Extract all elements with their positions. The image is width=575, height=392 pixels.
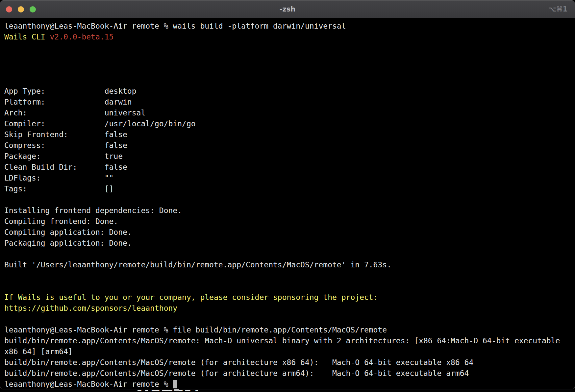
terminal-line: leaanthony@Leas-MacBook-Air remote % fil… [4, 325, 575, 335]
terminal-line: Tags: [] [4, 184, 575, 194]
terminal-line: Compress: false [4, 140, 575, 151]
terminal-line: Compiler: /usr/local/go/bin/go [4, 118, 575, 129]
terminal-line: Package: true [4, 151, 575, 162]
terminal-text: Wails CLI [4, 33, 50, 41]
terminal-line: App Type: desktop [4, 86, 575, 97]
terminal-screen[interactable]: leaanthony@Leas-MacBook-Air remote % wai… [0, 18, 575, 389]
terminal-text: Compress: false [4, 141, 127, 150]
titlebar[interactable]: -zsh ⌥⌘1 [0, 0, 575, 18]
terminal-line: Installing frontend dependencies: Done. [4, 205, 575, 216]
terminal-text: leaanthony@Leas-MacBook-Air remote % wai… [4, 22, 346, 30]
terminal-line [4, 281, 575, 292]
terminal-text: LDFlags: "" [4, 174, 113, 182]
terminal-text: v2.0.0-beta.15 [50, 33, 113, 41]
terminal-line: leaanthony@Leas-MacBook-Air remote % wai… [4, 21, 575, 32]
terminal-line: leaanthony@Leas-MacBook-Air remote % [4, 379, 575, 389]
terminal-line [4, 194, 575, 205]
background-window-sliver: █▌ █ ▐██▌▐███▌ ██▌▐█▌ ▐▌ [0, 389, 575, 392]
terminal-line: build/bin/remote.app/Contents/MacOS/remo… [4, 335, 575, 346]
terminal-line [4, 314, 575, 325]
terminal-line: If Wails is useful to you or your compan… [4, 292, 575, 303]
terminal-line: Platform: darwin [4, 97, 575, 108]
terminal-text: Arch: universal [4, 109, 145, 117]
terminal-text: https://github.com/sponsors/leaanthony [4, 304, 177, 312]
terminal-text: Tags: [] [4, 184, 113, 193]
terminal-line: Clean Build Dir: false [4, 162, 575, 173]
terminal-text: Clean Build Dir: false [4, 163, 127, 171]
terminal-line: build/bin/remote.app/Contents/MacOS/remo… [4, 368, 575, 379]
terminal-line: https://github.com/sponsors/leaanthony [4, 303, 575, 314]
terminal-line: Packaging application: Done. [4, 238, 575, 249]
terminal-text: leaanthony@Leas-MacBook-Air remote % [4, 380, 173, 388]
terminal-line: Built '/Users/leaanthony/remote/build/bi… [4, 259, 575, 270]
terminal-text: Skip Frontend: false [4, 130, 127, 139]
terminal-line [4, 249, 575, 259]
terminal-line: Compiling frontend: Done. [4, 216, 575, 227]
terminal-text: Installing frontend dependencies: Done. [4, 206, 182, 215]
terminal-line: build/bin/remote.app/Contents/MacOS/remo… [4, 357, 575, 368]
terminal-line: Wails CLI v2.0.0-beta.15 [4, 32, 575, 42]
terminal-text: x86_64] [arm64] [4, 347, 73, 356]
window-title: -zsh [0, 0, 575, 18]
tab-shortcut-label: ⌥⌘1 [548, 0, 567, 18]
terminal-text: build/bin/remote.app/Contents/MacOS/remo… [4, 358, 473, 367]
terminal-line: x86_64] [arm64] [4, 346, 575, 357]
terminal-text: If Wails is useful to you or your compan… [4, 293, 378, 302]
terminal-text: Platform: darwin [4, 98, 132, 106]
terminal-line [4, 42, 575, 53]
terminal-text: Built '/Users/leaanthony/remote/build/bi… [4, 260, 391, 269]
terminal-line: LDFlags: "" [4, 173, 575, 184]
terminal-line [4, 64, 575, 75]
terminal-line: Arch: universal [4, 108, 575, 118]
terminal-text: Compiling application: Done. [4, 228, 132, 236]
terminal-text: leaanthony@Leas-MacBook-Air remote % fil… [4, 326, 387, 334]
terminal-line [4, 75, 575, 86]
terminal-text: Compiling frontend: Done. [4, 217, 118, 226]
terminal-text: build/bin/remote.app/Contents/MacOS/remo… [4, 336, 560, 345]
terminal-text: build/bin/remote.app/Contents/MacOS/remo… [4, 369, 469, 378]
terminal-line: Compiling application: Done. [4, 227, 575, 238]
terminal-text: Package: true [4, 152, 123, 160]
terminal-line [4, 53, 575, 64]
terminal-line: Skip Frontend: false [4, 129, 575, 140]
background-window-text-fragment: █▌ █ ▐██▌▐███▌ ██▌▐█▌ ▐▌ [138, 390, 199, 391]
terminal-window: -zsh ⌥⌘1 leaanthony@Leas-MacBook-Air rem… [0, 0, 575, 389]
terminal-text: Packaging application: Done. [4, 239, 132, 247]
background-window-cursor-fragment [174, 389, 179, 391]
terminal-line [4, 270, 575, 281]
terminal-text: Compiler: /usr/local/go/bin/go [4, 119, 196, 128]
terminal-text: App Type: desktop [4, 87, 137, 95]
block-cursor [173, 380, 177, 388]
